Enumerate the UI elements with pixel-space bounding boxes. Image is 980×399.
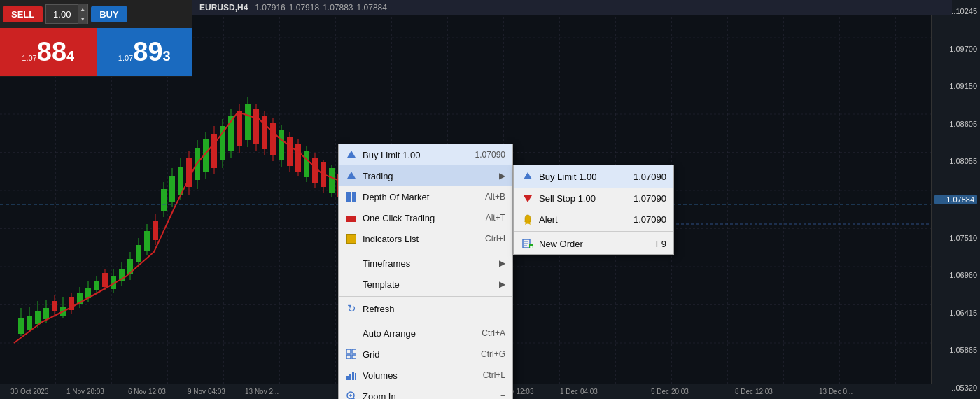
menu-item-volumes[interactable]: Volumes Ctrl+L (339, 365, 512, 386)
submenu-new-order-icon (521, 237, 535, 251)
menu-item-one-click-trading[interactable]: One Click Trading Alt+T (339, 207, 512, 228)
one-click-icon (344, 211, 358, 225)
svg-rect-14 (52, 301, 57, 312)
submenu-separator (514, 231, 673, 232)
submenu-item-buy-limit[interactable]: Buy Limit 1.00 1.07090 (514, 165, 673, 188)
svg-rect-40 (161, 189, 167, 211)
submenu-new-order-label: New Order (539, 239, 656, 249)
svg-rect-124 (352, 349, 356, 354)
buy-button[interactable]: BUY (91, 6, 127, 22)
menu-item-depth-of-market[interactable]: Depth Of Market Alt+B (339, 186, 512, 207)
sell-price-main: 88 (37, 38, 66, 65)
auto-arrange-shortcut: Ctrl+A (482, 328, 505, 338)
price-label-6: 1.07510 (934, 234, 977, 242)
grid-shortcut: Ctrl+G (481, 349, 505, 359)
refresh-label: Refresh (363, 304, 505, 314)
svg-rect-60 (245, 104, 251, 140)
auto-arrange-icon (344, 326, 358, 340)
price-label-1: 1.09700 (934, 45, 977, 53)
template-arrow: ▶ (499, 279, 505, 289)
trading-widget: SELL ▲ ▼ BUY 1.07 88 4 1.07 89 3 (0, 0, 192, 77)
date-label-7: 1 Dec 04:03 (560, 388, 598, 396)
svg-rect-130 (355, 373, 356, 380)
svg-marker-121 (347, 150, 356, 158)
price-label-4: 1.08055 (934, 157, 977, 165)
svg-rect-12 (43, 308, 49, 319)
submenu-buy-limit-icon (521, 169, 535, 183)
menu-item-trading[interactable]: Trading ▶ (339, 165, 512, 186)
date-label-8: 5 Dec 20:03 (651, 388, 689, 396)
svg-rect-62 (253, 108, 259, 144)
menu-item-refresh[interactable]: ↻ Refresh (339, 298, 512, 319)
sell-price-prefix: 1.07 (22, 54, 36, 62)
widget-prices: 1.07 88 4 1.07 89 3 (0, 28, 192, 76)
volumes-icon (344, 368, 358, 382)
svg-rect-42 (169, 176, 175, 202)
buy-price-sup: 3 (163, 49, 171, 63)
price-label-8: 1.06415 (934, 309, 977, 317)
menu-item-indicators-list[interactable]: Indicators List Ctrl+I (339, 228, 512, 249)
svg-rect-10 (35, 312, 41, 324)
date-label-9: 8 Dec 12:03 (735, 388, 773, 396)
lot-input[interactable] (46, 9, 78, 20)
submenu-buy-limit-label: Buy Limit 1.00 (539, 172, 634, 182)
sell-price-sup: 4 (66, 49, 74, 63)
menu-item-auto-arrange[interactable]: Auto Arrange Ctrl+A (339, 323, 512, 344)
buy-price-main: 89 (133, 38, 162, 65)
timeframes-label: Timeframes (363, 258, 499, 269)
svg-rect-34 (136, 245, 141, 262)
grid-label: Grid (363, 349, 474, 360)
menu-item-grid[interactable]: Grid Ctrl+G (339, 344, 512, 365)
lot-down-button[interactable]: ▼ (78, 14, 88, 24)
lot-size-control: ▲ ▼ (46, 4, 88, 24)
submenu-sell-stop-label: Sell Stop 1.00 (539, 193, 634, 204)
svg-rect-76 (312, 158, 318, 183)
svg-marker-136 (524, 195, 532, 202)
submenu-item-sell-stop[interactable]: Sell Stop 1.00 1.07090 (514, 188, 673, 209)
sell-button[interactable]: SELL (3, 6, 43, 22)
submenu-alert-price: 1.07090 (634, 214, 666, 225)
submenu-alert-label: Alert (539, 214, 634, 225)
svg-rect-38 (153, 220, 158, 240)
price-low: 1.07883 (323, 3, 353, 13)
svg-rect-127 (346, 376, 349, 380)
trading-icon (344, 169, 358, 183)
lot-up-button[interactable]: ▲ (78, 4, 88, 14)
buy-limit-top-label: Buy Limit 1.00 (363, 150, 468, 160)
svg-marker-135 (524, 172, 532, 179)
submenu-sell-stop-icon (521, 191, 535, 205)
depth-label: Depth Of Market (363, 192, 478, 202)
menu-item-template[interactable]: Template ▶ (339, 274, 512, 295)
svg-rect-125 (346, 355, 351, 359)
indicators-label: Indicators List (363, 234, 478, 244)
svg-rect-52 (211, 134, 217, 168)
chart-header: EURUSD,H4 1.07916 1.07918 1.07883 1.0788… (192, 0, 952, 15)
date-label-3: 9 Nov 04:03 (188, 388, 225, 396)
depth-shortcut: Alt+B (485, 192, 505, 202)
menu-item-zoom-in[interactable]: Zoom In + (339, 386, 512, 399)
menu-item-buy-limit-top[interactable]: Buy Limit 1.00 1.07090 (339, 144, 512, 165)
price-close: 1.07884 (357, 3, 387, 13)
buy-price-prefix: 1.07 (118, 54, 133, 62)
zoom-in-icon (344, 389, 358, 399)
submenu-item-alert[interactable]: Alert 1.07090 (514, 209, 673, 230)
svg-rect-70 (287, 136, 293, 166)
menu-item-timeframes[interactable]: Timeframes ▶ (339, 253, 512, 274)
sell-price-value: 1.07 88 4 (22, 38, 74, 65)
submenu-item-new-order[interactable]: New Order F9 (514, 233, 673, 254)
volumes-label: Volumes (363, 370, 476, 381)
svg-rect-123 (346, 349, 351, 354)
indicators-icon (344, 232, 358, 246)
svg-rect-74 (304, 150, 309, 177)
svg-point-138 (526, 223, 529, 224)
svg-rect-126 (352, 355, 356, 359)
svg-marker-122 (347, 172, 356, 178)
buy-price-value: 1.07 89 3 (118, 38, 171, 65)
price-label-2: 1.09150 (934, 82, 977, 90)
template-label: Template (363, 279, 499, 290)
price-label-7: 1.06960 (934, 271, 977, 279)
sell-price-display[interactable]: 1.07 88 4 (0, 28, 97, 76)
buy-price-display[interactable]: 1.07 89 3 (97, 28, 193, 76)
price-axis: 1.10245 1.09700 1.09150 1.08605 1.08055 … (931, 0, 980, 399)
svg-rect-66 (270, 122, 276, 155)
